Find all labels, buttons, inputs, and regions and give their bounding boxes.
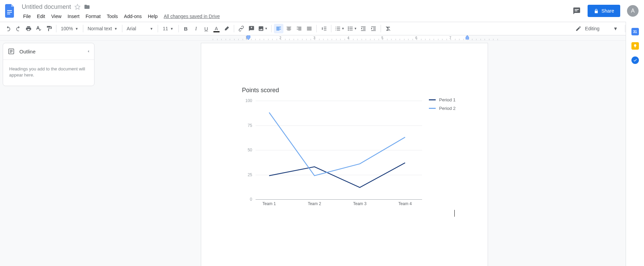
- align-left-button[interactable]: [274, 24, 283, 33]
- svg-rect-7: [276, 28, 279, 29]
- tasks-app-icon[interactable]: [631, 56, 639, 64]
- text-color-button[interactable]: A: [212, 24, 221, 33]
- font-value: Arial: [127, 26, 136, 31]
- underline-button[interactable]: U: [202, 24, 211, 33]
- svg-point-24: [348, 30, 349, 31]
- style-value: Normal text: [88, 26, 112, 31]
- calendar-app-icon[interactable]: 31: [631, 28, 639, 35]
- left-indent-marker[interactable]: [246, 35, 250, 40]
- separator: [234, 25, 234, 32]
- svg-rect-39: [10, 51, 13, 52]
- highlight-button[interactable]: [222, 24, 231, 33]
- chart-title: Points scored: [242, 87, 459, 94]
- svg-rect-19: [307, 28, 312, 29]
- svg-rect-30: [363, 29, 366, 30]
- svg-rect-31: [361, 30, 366, 31]
- editing-label: Editing: [585, 26, 599, 31]
- separator: [271, 25, 272, 32]
- print-button[interactable]: [24, 24, 33, 33]
- increase-indent-button[interactable]: [369, 24, 378, 33]
- separator: [158, 25, 158, 32]
- svg-rect-1: [7, 12, 12, 13]
- menu-file[interactable]: File: [20, 12, 34, 20]
- font-select[interactable]: Arial▼: [125, 24, 155, 33]
- ruler-tick: 3: [313, 36, 315, 40]
- keep-app-icon[interactable]: [631, 42, 639, 50]
- clear-formatting-button[interactable]: [383, 24, 393, 33]
- separator: [625, 25, 625, 32]
- ruler-tick: 4: [347, 36, 349, 40]
- embedded-chart[interactable]: Points scored 0255075100Team 1Team 2Team…: [242, 87, 459, 206]
- svg-rect-32: [371, 27, 376, 27]
- outline-empty-text: Headings you add to the document will ap…: [3, 60, 94, 86]
- menu-insert[interactable]: Insert: [65, 12, 82, 20]
- font-size-select[interactable]: 11▼: [160, 24, 176, 33]
- share-button[interactable]: Share: [588, 5, 620, 17]
- zoom-select[interactable]: 100%▼: [59, 24, 81, 33]
- app-header: Untitled document File Edit View Insert …: [0, 0, 644, 22]
- page[interactable]: Points scored 0255075100Team 1Team 2Team…: [201, 43, 488, 266]
- document-title[interactable]: Untitled document: [22, 3, 71, 11]
- menu-help[interactable]: Help: [145, 12, 160, 20]
- italic-button[interactable]: I: [191, 24, 201, 33]
- svg-rect-35: [371, 30, 376, 31]
- menu-tools[interactable]: Tools: [104, 12, 121, 20]
- svg-rect-28: [361, 27, 366, 27]
- svg-rect-6: [276, 27, 281, 28]
- chart-legend: Period 1Period 2: [429, 97, 455, 206]
- redo-button[interactable]: [14, 24, 23, 33]
- svg-point-23: [348, 28, 349, 29]
- menu-addons[interactable]: Add-ons: [121, 12, 144, 20]
- svg-rect-17: [298, 30, 301, 31]
- svg-rect-34: [373, 29, 376, 30]
- move-folder-icon[interactable]: [84, 4, 90, 10]
- svg-rect-27: [349, 30, 353, 31]
- menubar: File Edit View Insert Format Tools Add-o…: [20, 11, 571, 20]
- right-indent-marker[interactable]: [466, 35, 469, 39]
- insert-image-button[interactable]: ▼: [257, 24, 269, 33]
- svg-rect-33: [373, 28, 376, 29]
- align-justify-button[interactable]: [304, 24, 314, 33]
- menu-view[interactable]: View: [49, 12, 64, 20]
- menu-edit[interactable]: Edit: [34, 12, 48, 20]
- svg-marker-3: [75, 4, 80, 10]
- bulleted-list-button[interactable]: ▼: [346, 24, 358, 33]
- separator: [316, 25, 317, 32]
- docs-logo-icon[interactable]: [3, 3, 17, 19]
- decrease-indent-button[interactable]: [359, 24, 368, 33]
- collapse-outline-button[interactable]: [86, 49, 91, 54]
- separator: [178, 25, 179, 32]
- editing-mode-select[interactable]: Editing ▼: [572, 24, 621, 33]
- document-canvas[interactable]: Points scored 0255075100Team 1Team 2Team…: [94, 41, 644, 266]
- separator: [331, 25, 331, 32]
- insert-comment-button[interactable]: [247, 24, 256, 33]
- star-icon[interactable]: [74, 4, 81, 10]
- paragraph-style-select[interactable]: Normal text▼: [86, 24, 120, 33]
- svg-rect-2: [7, 14, 10, 14]
- svg-rect-12: [286, 29, 291, 30]
- svg-rect-11: [287, 28, 290, 29]
- insert-link-button[interactable]: [237, 24, 246, 33]
- account-avatar[interactable]: A: [627, 5, 639, 17]
- pencil-icon: [575, 26, 581, 32]
- align-center-button[interactable]: [284, 24, 294, 33]
- numbered-list-button[interactable]: ▼: [334, 24, 346, 33]
- comments-button[interactable]: [571, 5, 583, 17]
- menu-format[interactable]: Format: [83, 12, 103, 20]
- align-right-button[interactable]: [294, 24, 304, 33]
- share-label: Share: [602, 8, 614, 14]
- outline-icon: [8, 48, 15, 55]
- line-spacing-button[interactable]: [319, 24, 329, 33]
- paint-format-button[interactable]: [44, 24, 54, 33]
- ruler-tick: 7: [449, 36, 451, 40]
- spellcheck-button[interactable]: [34, 24, 43, 33]
- chart-plot-area: 0255075100Team 1Team 2Team 3Team 4: [242, 97, 422, 206]
- separator: [122, 25, 122, 32]
- save-status-link[interactable]: All changes saved in Drive: [161, 12, 223, 20]
- svg-rect-21: [307, 30, 312, 31]
- separator: [56, 25, 56, 32]
- ruler[interactable]: 1234567: [0, 35, 644, 41]
- bold-button[interactable]: B: [181, 24, 191, 33]
- undo-button[interactable]: [3, 24, 13, 33]
- outline-title: Outline: [19, 49, 86, 54]
